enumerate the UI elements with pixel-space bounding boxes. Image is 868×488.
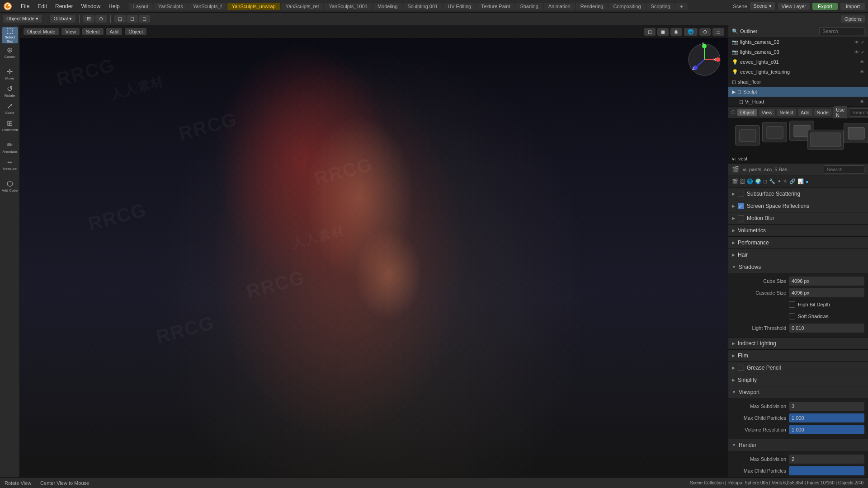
render-max-subdivision-value[interactable]: 2	[789, 455, 864, 464]
render-max-child-value[interactable]	[789, 466, 864, 475]
viewport-shading-solid[interactable]: ◼	[657, 28, 669, 36]
viewport-shading-wire[interactable]: ◻	[644, 28, 656, 36]
menu-render[interactable]: Render	[52, 2, 76, 10]
menu-edit[interactable]: Edit	[34, 2, 51, 10]
tab-yansculpts-f[interactable]: YanSculpts_f	[189, 3, 226, 10]
outliner-visible-icon[interactable]: 👁	[860, 70, 864, 75]
vp-object-mode[interactable]: Object Mode	[24, 28, 59, 35]
outliner-visible-icon[interactable]: 👁	[860, 60, 864, 65]
prop-modifier-icon[interactable]: 🔧	[769, 178, 775, 184]
transform-tool[interactable]: ⊞ Transform	[2, 117, 18, 134]
import-button[interactable]: Import	[840, 3, 865, 10]
motion-blur-header[interactable]: ▶ Motion Blur	[728, 212, 868, 224]
tab-texture-paint[interactable]: Texture Paint	[476, 3, 514, 10]
grease-pencil-header[interactable]: ▶ Grease Pencil	[728, 362, 868, 374]
view-btn-1[interactable]: ◻	[114, 15, 126, 23]
outliner-item-vi-head[interactable]: ◻ Vi_Head 👁	[728, 97, 868, 107]
view-btn-2[interactable]: ◻	[127, 15, 138, 23]
options-btn[interactable]: Options	[841, 15, 865, 23]
max-child-particles-value[interactable]: 1.000	[789, 413, 864, 422]
menu-help[interactable]: Help	[105, 2, 123, 10]
prop-object-icon[interactable]: ◻	[763, 178, 767, 184]
viewport-shading-render[interactable]: 🌐	[684, 28, 698, 36]
outliner-item-lights-cam-03[interactable]: 📷 lights_camera_03 👁 ✓	[728, 47, 868, 57]
scale-tool[interactable]: ⤢ Scale	[2, 100, 18, 117]
node-use-n-btn[interactable]: Use N	[833, 106, 848, 119]
scene-selector[interactable]: Scene ▾	[750, 2, 775, 10]
vp-add[interactable]: Add	[106, 28, 123, 35]
motion-blur-checkbox[interactable]	[738, 215, 744, 221]
subsurface-scattering-header[interactable]: ▶ Subsurface Scattering	[728, 188, 868, 200]
outliner-check-icon[interactable]: ✓	[861, 40, 864, 45]
select-box-tool[interactable]: ⬚ Select Box	[2, 27, 18, 43]
tab-animation[interactable]: Animation	[544, 3, 575, 10]
proportional-btn[interactable]: ⊙	[95, 15, 107, 23]
prop-world-icon[interactable]: 🌍	[755, 178, 761, 184]
view-layer-selector[interactable]: View Layer	[778, 3, 810, 10]
tab-yansculpts-1001[interactable]: YanSculpts_1001	[324, 3, 372, 10]
performance-header[interactable]: ▶ Performance	[728, 237, 868, 249]
overlay-btn[interactable]: ⊙	[699, 28, 711, 36]
light-threshold-value[interactable]: 0.010	[789, 324, 864, 333]
object-mode-selector[interactable]: Object Mode ▾	[3, 15, 42, 23]
viewport-gizmo[interactable]: X Y Z	[686, 42, 722, 79]
node-view-btn[interactable]: View	[759, 109, 775, 116]
blender-logo[interactable]	[3, 1, 13, 11]
indirect-lighting-header[interactable]: ▶ Indirect Lighting	[728, 338, 868, 349]
tab-yansculpts[interactable]: YanSculpts	[154, 3, 188, 10]
prop-scene-icon[interactable]: 🌐	[747, 178, 753, 184]
outliner-item-lights-cam-02[interactable]: 📷 lights_camera_02 👁 ✓	[728, 37, 868, 47]
outliner-search[interactable]	[819, 27, 864, 35]
menu-file[interactable]: File	[17, 2, 33, 10]
prop-material-icon[interactable]: ●	[806, 179, 809, 184]
tab-scripting[interactable]: Scripting	[646, 3, 675, 10]
outliner-visible-icon[interactable]: 👁	[854, 50, 859, 55]
outliner-item-sculpt[interactable]: ▶ ◻ Sculpt	[728, 87, 868, 97]
vp-object[interactable]: Object	[125, 28, 146, 35]
props-search[interactable]	[824, 165, 864, 174]
tab-rendering[interactable]: Rendering	[576, 3, 608, 10]
tab-uv-editing[interactable]: UV Editing	[443, 3, 476, 10]
prop-particles-icon[interactable]: ✦	[777, 178, 781, 184]
soft-shadows-checkbox[interactable]	[789, 313, 795, 319]
tab-layout[interactable]: Layout	[129, 3, 153, 10]
tab-compositing[interactable]: Compositing	[609, 3, 645, 10]
shadows-header[interactable]: ▼ Shadows	[728, 261, 868, 273]
volumetrics-header[interactable]: ▶ Volumetrics	[728, 225, 868, 236]
tab-shading[interactable]: Shading	[515, 3, 542, 10]
node-object-btn[interactable]: Object	[737, 109, 757, 116]
cube-size-value[interactable]: 4096 px	[789, 277, 864, 286]
render-section-header[interactable]: ▼ Render	[728, 439, 868, 451]
prop-data-icon[interactable]: 📊	[797, 178, 804, 184]
add-cube-tool[interactable]: ⬡ Add Cube	[2, 178, 18, 194]
node-block-5[interactable]	[844, 123, 868, 143]
node-block-1[interactable]	[735, 125, 760, 145]
screen-space-reflections-header[interactable]: ▶ ✓ Screen Space Reflections	[728, 200, 868, 212]
outliner-visible-icon[interactable]: 👁	[854, 40, 859, 45]
export-button[interactable]: Export	[812, 3, 838, 10]
tab-sculpting[interactable]: Sculpting.001	[403, 3, 443, 10]
tab-yansculpts-ret[interactable]: YanSculpts_ret	[281, 3, 324, 10]
vp-select[interactable]: Select	[82, 28, 104, 35]
subsurface-checkbox[interactable]	[738, 191, 744, 197]
viewport-shading-mat[interactable]: ◉	[670, 28, 682, 36]
outliner-visible-icon[interactable]: 👁	[860, 99, 864, 104]
outliner-item-eevee-lights[interactable]: 💡 eevee_lights_c01 👁	[728, 57, 868, 67]
node-block-4[interactable]	[807, 130, 844, 150]
simplify-header[interactable]: ▶ Simplify	[728, 374, 868, 386]
viewport-section-header[interactable]: ▼ Viewport	[728, 386, 868, 398]
node-node-btn[interactable]: Node	[814, 109, 831, 116]
hair-header[interactable]: ▶ Hair	[728, 249, 868, 261]
tab-modeling[interactable]: Modeling	[373, 3, 402, 10]
tab-yansculpts-unwrap[interactable]: YanSculpts_unwrap	[227, 3, 280, 10]
max-subdivision-value[interactable]: 3	[789, 402, 864, 411]
prop-constraints-icon[interactable]: 🔗	[789, 178, 796, 184]
xray-btn[interactable]: ☰	[712, 28, 724, 36]
cascade-size-value[interactable]: 4096 px	[789, 288, 864, 297]
prop-output-icon[interactable]: 🖼	[740, 179, 745, 184]
cursor-tool[interactable]: ⊕ Cursor	[2, 44, 18, 61]
ssr-checkbox[interactable]: ✓	[738, 203, 744, 209]
grease-pencil-checkbox[interactable]	[738, 365, 744, 371]
node-search[interactable]	[849, 108, 868, 117]
measure-tool[interactable]: ↔ Measure	[2, 156, 18, 173]
